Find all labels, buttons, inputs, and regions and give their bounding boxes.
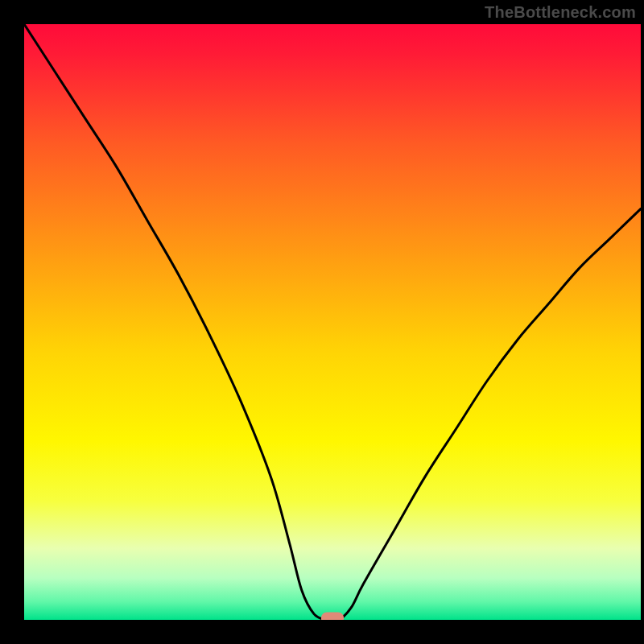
chart-stage: TheBottleneck.com <box>0 0 644 644</box>
bottleneck-chart <box>0 0 644 644</box>
chart-gradient-bg <box>24 24 641 620</box>
